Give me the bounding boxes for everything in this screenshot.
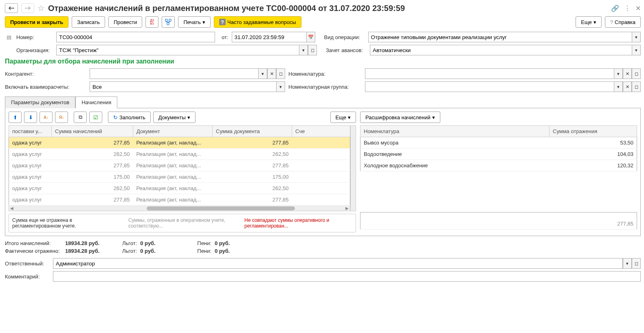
fill-button[interactable]: ↻ Заполнить: [108, 112, 151, 123]
totals-penalty2-value: 0 руб.: [215, 248, 255, 254]
tab-charges[interactable]: Начисления: [75, 96, 117, 108]
scroll-left-icon: ◀: [9, 206, 15, 210]
totals-penalty2-label: Пени:: [197, 248, 211, 254]
responsible-input[interactable]: [53, 258, 623, 269]
close-icon[interactable]: ✕: [635, 4, 641, 12]
nomenclature-input[interactable]: [365, 68, 614, 79]
favorite-icon[interactable]: ☆: [37, 3, 45, 13]
open-button[interactable]: ◻: [632, 81, 641, 92]
faq-button[interactable]: ?Часто задаваемые вопросы: [214, 16, 301, 28]
dropdown-button[interactable]: ▾: [276, 81, 285, 92]
table-more-button[interactable]: Еще ▾: [330, 112, 356, 123]
forward-button[interactable]: [21, 3, 34, 13]
legend-matched: Суммы, отраженные в оперативном учете, с…: [128, 217, 236, 229]
chevron-down-icon: ▾: [202, 19, 205, 25]
sort-desc-button[interactable]: Я↓: [55, 112, 68, 123]
dropdown-button[interactable]: ▾: [299, 45, 308, 55]
move-up-button[interactable]: ⬆: [9, 112, 22, 123]
chevron-down-icon: ▾: [432, 114, 435, 120]
table-row[interactable]: Холодное водоснабжение120,32: [360, 160, 637, 171]
print-button[interactable]: Печать ▾: [178, 16, 211, 28]
open-button[interactable]: ◻: [632, 258, 641, 269]
dropdown-button[interactable]: ▾: [614, 81, 623, 92]
totals-penalty-label: Пени:: [197, 240, 211, 246]
open-button[interactable]: ◻: [308, 45, 317, 55]
open-button[interactable]: ◻: [276, 68, 285, 79]
settlements-input[interactable]: [90, 81, 276, 92]
op-type-input[interactable]: [368, 32, 632, 42]
totals-benefits2-label: Льгот:: [122, 248, 137, 254]
move-down-button[interactable]: ⬇: [24, 112, 37, 123]
legend-mismatch: Не совпадают суммы оперативного и реглам…: [244, 217, 352, 229]
clear-button[interactable]: ✕: [623, 81, 632, 92]
post-close-button[interactable]: Провести и закрыть: [5, 16, 68, 28]
check-icon: ☑: [93, 114, 98, 120]
svg-rect-0: [165, 19, 167, 21]
clear-button[interactable]: ✕: [267, 68, 276, 79]
details-total: 277,85: [549, 213, 637, 230]
table-row[interactable]: одажа услуг277,85Реализация (акт, наклад…: [9, 160, 350, 171]
tab-params[interactable]: Параметры документов: [5, 96, 75, 108]
counterparty-input[interactable]: [90, 68, 258, 79]
more-button[interactable]: Еще ▾: [576, 16, 601, 28]
totals-benefits-value: 0 руб.: [140, 240, 181, 246]
back-button[interactable]: [5, 3, 18, 13]
open-button[interactable]: ◻: [632, 68, 641, 79]
nomenclature-label: Номенклатура:: [288, 71, 362, 77]
details-button[interactable]: Расшифровка начислений ▾: [360, 112, 440, 123]
chevron-down-icon: ▾: [348, 114, 351, 120]
table-row[interactable]: Вывоз мусора53,50: [360, 137, 637, 149]
table-header[interactable]: поставки у...: [9, 126, 52, 137]
select-all-button[interactable]: ☑: [89, 112, 102, 123]
table-row[interactable]: одажа услуг175,00Реализация (акт, наклад…: [9, 171, 350, 183]
dropdown-button[interactable]: ▾: [623, 258, 632, 269]
table-row[interactable]: Водоотведение104,03: [360, 149, 637, 160]
link-icon[interactable]: 🔗: [611, 4, 619, 12]
structure-button[interactable]: [162, 16, 175, 28]
copy-button[interactable]: ⧉: [74, 112, 87, 123]
responsible-label: Ответственный:: [5, 261, 50, 267]
scroll-handle[interactable]: [147, 206, 295, 210]
number-label: Номер:: [16, 34, 53, 40]
save-button[interactable]: Записать: [72, 16, 105, 28]
number-input[interactable]: [56, 32, 215, 42]
calendar-button[interactable]: 📅: [306, 32, 315, 42]
document-icon: ▤: [5, 34, 13, 40]
dropdown-button[interactable]: ▾: [258, 68, 267, 79]
vertical-scrollbar[interactable]: [350, 125, 356, 211]
table-header[interactable]: Номенклатура: [360, 126, 549, 137]
table-header[interactable]: Сумма начислений: [52, 126, 133, 137]
dtkt-button[interactable]: ДтКт: [145, 16, 158, 28]
help-button[interactable]: ? Справка: [605, 16, 641, 28]
advance-input[interactable]: [370, 45, 632, 55]
question-icon: ?: [610, 19, 613, 25]
clear-button[interactable]: ✕: [623, 68, 632, 79]
comment-input[interactable]: [53, 271, 641, 282]
table-header[interactable]: Документ: [133, 126, 213, 137]
table-row[interactable]: одажа услуг277,85Реализация (акт, наклад…: [9, 137, 350, 149]
comment-label: Комментарий:: [5, 274, 50, 280]
table-header[interactable]: Сумма отражения: [549, 126, 637, 137]
svg-rect-1: [169, 19, 171, 21]
sort-asc-button[interactable]: А↓: [40, 112, 53, 123]
totals-charges-value: 18934.28 руб.: [65, 240, 106, 246]
date-input[interactable]: [232, 32, 306, 42]
totals-penalty-value: 0 руб.: [215, 240, 255, 246]
horizontal-scrollbar[interactable]: ◀ ▶: [9, 206, 350, 211]
nomenclature-group-label: Номенклатурная группа:: [288, 84, 362, 90]
refresh-icon: ↻: [113, 114, 118, 120]
table-row[interactable]: одажа услуг277,85Реализация (акт, наклад…: [9, 194, 350, 206]
dropdown-button[interactable]: ▾: [614, 68, 623, 79]
kebab-menu-icon[interactable]: ⋮: [624, 4, 631, 12]
documents-button[interactable]: Документы ▾: [153, 112, 196, 123]
nomenclature-group-input[interactable]: [365, 81, 614, 92]
table-header[interactable]: Сче: [292, 126, 350, 137]
dropdown-button[interactable]: ▾: [632, 45, 641, 55]
table-header[interactable]: Сумма документа: [213, 126, 292, 137]
post-button[interactable]: Провести: [108, 16, 143, 28]
org-input[interactable]: [56, 45, 299, 55]
chevron-down-icon: ▾: [593, 19, 596, 25]
table-row[interactable]: одажа услуг262,50Реализация (акт, наклад…: [9, 183, 350, 194]
table-row[interactable]: одажа услуг262,50Реализация (акт, наклад…: [9, 149, 350, 160]
dropdown-button[interactable]: ▾: [632, 32, 641, 42]
